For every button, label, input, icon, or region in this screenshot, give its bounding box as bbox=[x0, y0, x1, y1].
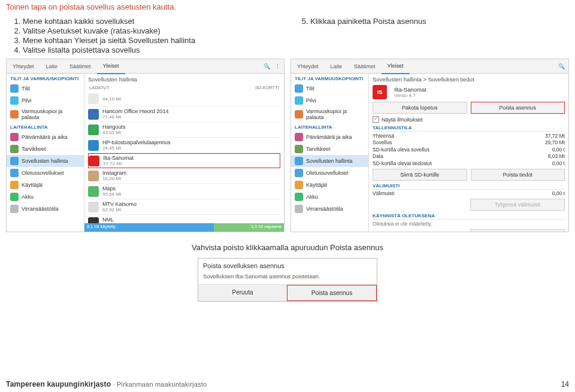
app-icon bbox=[88, 140, 99, 151]
tab-loaded[interactable]: LADATUT bbox=[89, 85, 110, 90]
sidebar-item-accessories[interactable]: Tarvikkeet bbox=[291, 143, 368, 155]
settings-sidebar: TILIT JA VARMUUSKOPIOINTI Tilit Pilvi Va… bbox=[291, 74, 369, 232]
sidebar-header-device: LAITEHALLINTA bbox=[291, 122, 368, 131]
breadcrumb: Sovellusten hallinta > Sovelluksen tiedo… bbox=[373, 76, 565, 83]
confirm-caption: Vahvista poisto klikkaamalla apuruudun P… bbox=[192, 243, 383, 252]
app-size: 37,72 Mt bbox=[103, 161, 134, 166]
app-icon bbox=[88, 171, 99, 181]
sidebar-item-users[interactable]: Käyttäjät bbox=[291, 179, 368, 191]
app-icon bbox=[89, 156, 99, 166]
dialog-cancel-button[interactable]: Peruuta bbox=[198, 285, 287, 301]
tab-bar: Yhteydet Laite Säätimet Yleiset 🔍 bbox=[291, 59, 568, 74]
sidebar-item-tilit[interactable]: Tilit bbox=[7, 83, 84, 95]
app-row[interactable]: Hangouts43,03 Mt bbox=[88, 122, 280, 138]
show-notifications-row[interactable]: Näytä ilmoitukset bbox=[373, 116, 565, 123]
sidebar-item-accessories[interactable]: Tarvikkeet bbox=[7, 143, 84, 155]
app-icon bbox=[88, 93, 99, 104]
sidebar-item-datetime[interactable]: Päivämäärä ja aika bbox=[291, 131, 368, 143]
tab-sdcard[interactable]: SD-KORTTI bbox=[255, 85, 279, 90]
storage-header: TALLENNUSTILA bbox=[373, 125, 565, 132]
sidebar-item-pilvi[interactable]: Pilvi bbox=[291, 95, 368, 107]
content-header: Sovellusten hallinta bbox=[88, 76, 280, 83]
app-size: 77,48 Mt bbox=[102, 114, 168, 120]
app-name: Maps bbox=[102, 186, 121, 192]
sidebar-item-backup[interactable]: Varmuuskopioi ja palauta bbox=[291, 107, 368, 122]
uninstall-button[interactable]: Poista asennus bbox=[471, 102, 565, 114]
menu-icon[interactable]: ⋮ bbox=[275, 63, 280, 69]
tab-yleiset[interactable]: Yleiset bbox=[382, 59, 410, 74]
confirm-dialog-wrap: Poista sovelluksen asennus Sovelluksen I… bbox=[6, 258, 569, 302]
app-row[interactable]: Hancom Office Hword 201477,48 Mt bbox=[88, 107, 280, 122]
screenshot-app-detail: Yhteydet Laite Säätimet Yleiset 🔍 TILIT … bbox=[290, 59, 569, 232]
app-icon bbox=[88, 202, 99, 212]
intro-text: Toinen tapa on poistaa sovellus asetuste… bbox=[6, 2, 569, 11]
sidebar-item-default-apps[interactable]: Oletussovellukset bbox=[291, 167, 368, 179]
defaults-header: KÄYNNISTÄ OLETUKSENA bbox=[373, 213, 565, 220]
clear-cache-button[interactable]: Tyhjennä välimuisti bbox=[470, 199, 565, 211]
sidebar-item-powersave[interactable]: Virransäästötila bbox=[7, 203, 84, 215]
sidebar-item-battery[interactable]: Akku bbox=[7, 191, 84, 203]
sidebar-item-powersave[interactable]: Virransäästötila bbox=[291, 203, 368, 215]
dialog-confirm-button[interactable]: Poista asennus bbox=[287, 285, 377, 301]
app-size: 24,45 Mt bbox=[102, 145, 171, 151]
tab-yhteydet[interactable]: Yhteydet bbox=[291, 59, 325, 74]
app-detail-content: Sovellusten hallinta > Sovelluksen tiedo… bbox=[369, 74, 568, 232]
screenshot-app-list: Yhteydet Laite Säätimet Yleiset 🔍 ⋮ TILI… bbox=[6, 59, 285, 232]
step-2: Valitse Asetukset kuvake (ratas-kuvake) bbox=[23, 26, 282, 35]
step-5: Klikkaa painiketta Poista asennus bbox=[310, 17, 569, 26]
tab-laite[interactable]: Laite bbox=[325, 59, 349, 74]
app-icon bbox=[88, 186, 99, 197]
uninstall-dialog: Poista sovelluksen asennus Sovelluksen I… bbox=[198, 258, 377, 302]
sidebar-item-default-apps[interactable]: Oletussovellukset bbox=[7, 167, 84, 179]
sidebar-item-backup[interactable]: Varmuuskopioi ja palauta bbox=[7, 107, 84, 122]
move-sd-button[interactable]: Siirrä SD-kortille bbox=[373, 169, 467, 181]
screenshots-row: Yhteydet Laite Säätimet Yleiset 🔍 ⋮ TILI… bbox=[6, 59, 569, 232]
app-name: Hancom Office Hword 2014 bbox=[102, 108, 168, 114]
tab-laite[interactable]: Laite bbox=[40, 59, 64, 74]
sidebar-item-tilit[interactable]: Tilit bbox=[291, 83, 368, 95]
app-row[interactable]: 44,10 Mt bbox=[88, 92, 280, 107]
tab-bar: Yhteydet Laite Säätimet Yleiset 🔍 ⋮ bbox=[7, 59, 284, 74]
dialog-title: Poista sovelluksen asennus bbox=[198, 259, 377, 273]
app-row[interactable]: Ilta-Sanomat37,72 Mt bbox=[88, 153, 280, 168]
defaults-note: Oletuksia ei ole määritetty. bbox=[373, 221, 565, 227]
storage-used: 8,1 Gt käytetty bbox=[84, 223, 214, 232]
sidebar-item-app-manager[interactable]: Sovellusten hallinta bbox=[7, 155, 84, 167]
tab-yleiset[interactable]: Yleiset bbox=[97, 59, 125, 74]
tab-saatimet[interactable]: Säätimet bbox=[348, 59, 382, 74]
storage-row: Data8,03 Mt bbox=[373, 153, 565, 159]
sidebar-item-datetime[interactable]: Päivämäärä ja aika bbox=[7, 131, 84, 143]
sidebar-header-accounts: TILIT JA VARMUUSKOPIOINTI bbox=[7, 74, 84, 83]
clear-data-button[interactable]: Poista tiedot bbox=[471, 169, 565, 181]
sidebar-item-pilvi[interactable]: Pilvi bbox=[7, 95, 84, 107]
app-row[interactable]: Instagram18,20 Mt bbox=[88, 168, 280, 184]
app-size: 44,10 Mt bbox=[102, 96, 121, 102]
checkbox-icon[interactable] bbox=[373, 116, 379, 123]
app-name: MTV Katsomo bbox=[102, 201, 137, 207]
tab-saatimet[interactable]: Säätimet bbox=[63, 59, 97, 74]
sidebar-header-device: LAITEHALLINTA bbox=[7, 122, 84, 131]
settings-sidebar: TILIT JA VARMUUSKOPIOINTI Tilit Pilvi Va… bbox=[7, 74, 84, 232]
app-header: IS Ilta-Sanomat Versio 4.7 bbox=[373, 85, 565, 99]
tab-yhteydet[interactable]: Yhteydet bbox=[7, 59, 40, 74]
steps-right: Klikkaa painiketta Poista asennus bbox=[293, 16, 569, 55]
force-stop-button[interactable]: Pakota lopetus bbox=[373, 102, 467, 114]
cache-header: VÄLIMUISTI bbox=[373, 183, 565, 190]
app-name: HP-tulostuspalvelulaajennus bbox=[102, 139, 171, 145]
app-list-content: Sovellusten hallinta LADATUT SD-KORTTI 4… bbox=[84, 74, 284, 232]
app-row[interactable]: Maps55,64 Mt bbox=[88, 184, 280, 199]
sidebar-item-battery[interactable]: Akku bbox=[291, 191, 368, 203]
search-icon[interactable]: 🔍 bbox=[558, 63, 565, 69]
dialog-body: Sovelluksen Ilta-Sanomat asennus poistet… bbox=[198, 273, 377, 284]
clear-defaults-button[interactable]: Poista oletukset bbox=[470, 229, 565, 232]
app-name: Ilta-Sanomat bbox=[394, 86, 426, 93]
app-row[interactable]: HP-tulostuspalvelulaajennus24,45 Mt bbox=[88, 138, 280, 153]
app-size: 43,03 Mt bbox=[102, 130, 126, 135]
sidebar-item-users[interactable]: Käyttäjät bbox=[7, 179, 84, 191]
show-notifications-label: Näytä ilmoitukset bbox=[382, 117, 423, 123]
app-row[interactable]: MTV Katsomo62,92 Mt bbox=[88, 199, 280, 215]
sidebar-header-accounts: TILIT JA VARMUUSKOPIOINTI bbox=[291, 74, 368, 83]
search-icon[interactable]: 🔍 bbox=[264, 63, 270, 69]
sidebar-item-app-manager[interactable]: Sovellusten hallinta bbox=[291, 155, 368, 167]
app-size: 62,92 Mt bbox=[102, 207, 137, 212]
